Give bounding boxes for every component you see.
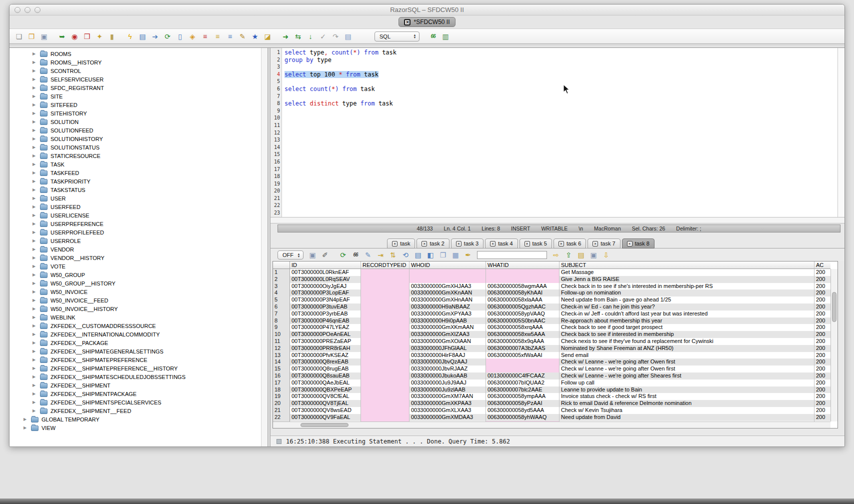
- tree-item[interactable]: ▶SITEFEED: [10, 100, 268, 109]
- result-tab-6[interactable]: ✕task 6: [554, 238, 586, 248]
- table-cell[interactable]: 0033000000JbvQzAAJ: [410, 358, 486, 366]
- close-tab-icon[interactable]: ✕: [490, 241, 496, 246]
- tree-item[interactable]: ▶ZKFEDEX__SHIPMENT: [10, 381, 268, 390]
- scrollbar-thumb[interactable]: [300, 423, 348, 427]
- table-cell[interactable]: 00T3000000QBXPeEAP: [290, 386, 361, 394]
- table-cell[interactable]: Check w/ Leanne - we're going after Shea…: [560, 372, 814, 380]
- favorites-icon[interactable]: ★: [250, 32, 260, 41]
- close-document-icon[interactable]: ✕: [404, 19, 410, 26]
- document-icon[interactable]: ▯: [176, 32, 184, 41]
- tree-item[interactable]: ▶TASK: [10, 160, 268, 168]
- new-file-icon[interactable]: ❏: [14, 32, 24, 41]
- table-cell[interactable]: 0033000000GmXOiAAN: [410, 338, 486, 345]
- table-cell[interactable]: 200: [814, 338, 830, 345]
- table-row[interactable]: 900T3000000P47LYEAZ0033000000GmXKmAAN006…: [273, 324, 830, 331]
- tree-item[interactable]: ▶SFDC_REGISTRANT: [10, 84, 268, 92]
- tree-item[interactable]: ▶SOLUTION: [10, 118, 268, 126]
- table-cell[interactable]: Rick to email David & reference Delmonte…: [560, 400, 814, 407]
- table-cell[interactable]: 00T3000000POeAnEAL: [290, 331, 361, 338]
- tree-item[interactable]: ▶TASKFEED: [10, 168, 268, 177]
- table-cell[interactable]: 00T3000000P3LopEAF: [290, 290, 361, 296]
- close-tab-icon[interactable]: ✕: [558, 241, 564, 246]
- table-cell[interactable]: 006300000058xrqAAA: [486, 324, 560, 331]
- tree-item[interactable]: ▶SELFSERVICEUSER: [10, 75, 268, 84]
- sql-editor-text[interactable]: select type, count(*) from taskgroup by …: [282, 48, 838, 217]
- table-cell[interactable]: Need update from Bain - gave go ahead 1/…: [560, 296, 814, 304]
- disclosure-triangle-icon[interactable]: ▶: [32, 383, 37, 388]
- table-cell[interactable]: Check back to see if good target prospec…: [560, 324, 814, 331]
- reload-document-icon[interactable]: ⟳: [163, 32, 172, 41]
- disclosure-triangle-icon[interactable]: ▶: [32, 94, 37, 98]
- tree-item[interactable]: ▶SITE: [10, 92, 268, 100]
- disclosure-triangle-icon[interactable]: ▶: [32, 349, 37, 354]
- disclosure-triangle-icon[interactable]: ▶: [32, 290, 37, 294]
- fetch-more-icon[interactable]: ↓: [306, 32, 315, 41]
- disclosure-triangle-icon[interactable]: ▶: [32, 154, 37, 158]
- table-cell[interactable]: 006300000058xlaAAA: [486, 296, 560, 304]
- zoom-window-button[interactable]: [34, 7, 40, 13]
- table-cell[interactable]: Invoice status check - check w/ RS first: [560, 393, 814, 400]
- commit-icon[interactable]: ✓: [318, 32, 328, 41]
- table-cell[interactable]: 200: [814, 324, 830, 331]
- tree-item[interactable]: ▶SCONTROL: [10, 66, 268, 75]
- table-cell[interactable]: [361, 386, 410, 394]
- table-cell[interactable]: 00630000007bIQUAA2: [486, 380, 560, 386]
- tree-item[interactable]: ▶ZKFEDEX__SHIPMENTSPECIALSERVICES: [10, 398, 268, 406]
- table-cell[interactable]: 200: [814, 407, 830, 414]
- editor-horizontal-scrollbar[interactable]: [270, 217, 844, 224]
- disclosure-triangle-icon[interactable]: ▶: [32, 102, 37, 107]
- edit-cell-icon[interactable]: ✎: [364, 250, 372, 260]
- table-cell[interactable]: Follow-up on nomination: [560, 290, 814, 296]
- result-tab-4[interactable]: ✕task 4: [485, 238, 518, 248]
- disclosure-triangle-icon[interactable]: ▶: [32, 392, 37, 396]
- table-cell[interactable]: [361, 283, 410, 290]
- table-row[interactable]: 1600T3000000Q8sauEAB0033000000JbukoAAB00…: [273, 372, 830, 380]
- table-cell[interactable]: 200: [814, 318, 830, 324]
- table-row[interactable]: 800T3000000P46qnEAB0033000000H9i0pAAB006…: [273, 318, 830, 324]
- table-row[interactable]: 500T3000000P3N4pEAF0033000000GmXHnAAN006…: [273, 296, 830, 304]
- table-cell[interactable]: 0013000000C4fFCAAZ: [486, 372, 560, 380]
- disclosure-triangle-icon[interactable]: ▶: [32, 68, 37, 73]
- table-row[interactable]: 100T3000000L0RknEAFGet Massage200: [273, 269, 830, 276]
- result-tab-7[interactable]: ✕task 7: [588, 238, 620, 248]
- table-row[interactable]: 1700T3000000QAeJbEAL0033000000Ju9J9AAJ00…: [273, 380, 830, 386]
- table-cell[interactable]: [361, 393, 410, 400]
- tree-item[interactable]: ▶USER: [10, 194, 268, 202]
- table-cell[interactable]: [361, 380, 410, 386]
- tree-item[interactable]: ▶VENDOR: [10, 245, 268, 254]
- query-type-dropdown[interactable]: SQL ▲▼: [374, 32, 420, 42]
- disclosure-triangle-icon[interactable]: ▶: [32, 128, 37, 132]
- table-cell[interactable]: Follow up call: [560, 380, 814, 386]
- format-sql-icon[interactable]: ≡: [200, 32, 210, 41]
- table-row[interactable]: 1000T3000000POeAnEAL0033000000GmXIZAA300…: [273, 331, 830, 338]
- table-cell[interactable]: Re-approach about membership this year: [560, 318, 814, 324]
- close-tab-icon[interactable]: ✕: [592, 241, 598, 246]
- table-cell[interactable]: Check-in w/ Ed - can he join this year?: [560, 304, 814, 310]
- table-cell[interactable]: [361, 358, 410, 366]
- results-vertical-scrollbar[interactable]: [830, 269, 838, 422]
- disclosure-triangle-icon[interactable]: ▶: [32, 272, 37, 277]
- results-pane-icon[interactable]: ▤: [344, 32, 352, 41]
- script-results-icon[interactable]: ▤: [576, 250, 586, 260]
- disclosure-triangle-icon[interactable]: ▶: [32, 196, 37, 200]
- table-row[interactable]: 2200T3000000QV9FaEAL0033000000GmXMDAA300…: [273, 414, 830, 421]
- go-next-icon[interactable]: ⇨: [552, 250, 560, 260]
- indent-lines-icon[interactable]: ≡: [226, 32, 234, 41]
- tree-item[interactable]: ▶ZKFEDEX__SHIPMATEGENERALSETTINGS: [10, 347, 268, 356]
- table-cell[interactable]: 0033000000GmXKPAA3: [410, 400, 486, 407]
- table-cell[interactable]: [361, 296, 410, 304]
- table-cell[interactable]: Give Jenn a BIG RAISE: [560, 276, 814, 283]
- tree-item[interactable]: ▶W50_INVOICE: [10, 288, 268, 296]
- table-cell[interactable]: [361, 331, 410, 338]
- table-cell[interactable]: 0033000000GmXIZAA3: [410, 331, 486, 338]
- table-cell[interactable]: 006300000058ympAAA: [486, 393, 560, 400]
- table-cell[interactable]: 200: [814, 366, 830, 372]
- insert-lines-icon[interactable]: ≡: [213, 32, 222, 41]
- close-window-button[interactable]: [14, 7, 20, 13]
- table-cell[interactable]: 00T3000000Q8rexEAB: [290, 358, 361, 366]
- table-cell[interactable]: 0033000000H9i0pAAB: [410, 318, 486, 324]
- tree-item[interactable]: ▶ZKFEDEX__CUSTOMADDRESSSOURCE: [10, 322, 268, 330]
- disclosure-triangle-icon[interactable]: ▶: [32, 374, 37, 379]
- disclosure-triangle-icon[interactable]: ▶: [32, 120, 37, 124]
- table-cell[interactable]: [361, 407, 410, 414]
